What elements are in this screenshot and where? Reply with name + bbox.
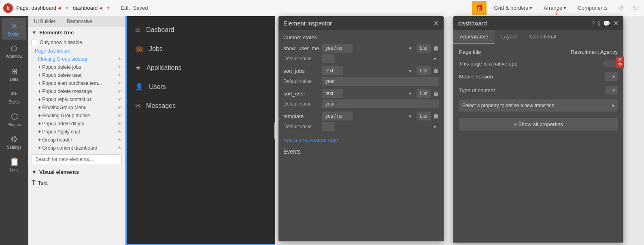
applications-nav-icon: ★ [135, 64, 141, 72]
page-title-value: Recruitment Agency [571, 49, 618, 55]
tree-item-group-content[interactable]: + Group content dashboard 👁 [28, 144, 125, 152]
tree-item-popup-delete-user[interactable]: + Popup delete user 👁 [28, 71, 125, 79]
list-button-4[interactable]: List [417, 112, 431, 120]
trash-button-1[interactable]: 🗑 [433, 45, 439, 51]
tree-item-popup-alert[interactable]: + Popup alert purchase tem... 👁 [28, 79, 125, 87]
trash-button-3[interactable]: 🗑 [433, 90, 439, 97]
grid-borders-button[interactable]: Grid & borders ▾ [490, 3, 536, 13]
nav-item-messages[interactable]: ✉ Messages [127, 96, 275, 115]
tree-item-popup-delete-message[interactable]: + Popup delete message 👁 [28, 87, 125, 95]
plugins-icon: ⬡ [11, 112, 18, 121]
page-selector[interactable]: Page: dashboard ◀ [16, 5, 61, 11]
components-button[interactable]: Components [574, 3, 612, 13]
redo-button[interactable]: ↻ [629, 2, 641, 14]
eye-icon[interactable]: 👁 [117, 81, 122, 86]
nav-item-users[interactable]: 👤 Users [127, 77, 275, 96]
list-button-1[interactable]: List [417, 44, 431, 53]
dashboard-body: Page title Recruitment Agency This page … [453, 44, 623, 135]
eye-icon[interactable]: 👁 [117, 113, 122, 118]
type-of-content-dropdown[interactable] [605, 86, 618, 95]
eye-icon[interactable]: 👁 [117, 89, 122, 94]
separator2: ▼ [106, 5, 111, 11]
nav-item-applications[interactable]: ★ Applications [127, 58, 275, 77]
trash-button-4[interactable]: 🗑 [433, 113, 439, 119]
tree-collapse-arrow[interactable]: ▼ [32, 30, 37, 36]
eye-icon[interactable]: 👁 [117, 57, 122, 61]
native-app-row: This page is a native app [459, 60, 618, 67]
transition-select[interactable]: Select a property to define a new transi… [459, 99, 618, 112]
state-type-dropdown-2[interactable]: text [322, 66, 414, 75]
comment-icon[interactable]: 💬 [603, 20, 610, 27]
state-type-dropdown-1[interactable]: yes / no [322, 44, 414, 53]
help-icon[interactable]: ? [591, 20, 595, 27]
tree-item-floating-group-sidebar[interactable]: Floating Group sidebar 👁 [28, 55, 125, 63]
canvas-panel: ⊞ Dasboard 💼 Jobs ★ Applications 👤 Users… [127, 16, 275, 245]
elements-panel-tabs: UI Builder Responsive [28, 16, 125, 27]
state-name-4: template [283, 113, 320, 119]
state-type-dropdown-4[interactable]: yes / no [322, 112, 414, 120]
tree-item-popup-add-edit[interactable]: + Popup add+edit job 👁 [28, 120, 125, 128]
add-custom-state-button[interactable]: Add a new custom state [283, 134, 439, 147]
tab-appearance[interactable]: Appearance [453, 30, 495, 44]
sidebar-item-data[interactable]: ⊞ Data [2, 63, 26, 85]
sidebar-item-workflow[interactable]: ⬡ Workflow [2, 40, 26, 62]
gift-button[interactable]: 🎁 [472, 1, 487, 15]
sidebar-item-styles[interactable]: ✏ Styles [2, 86, 26, 108]
page-label: Page: dashboard [16, 5, 56, 11]
eye-icon[interactable]: 👁 [117, 105, 122, 110]
dashboard-selector[interactable]: dashboard ◀ [73, 5, 102, 11]
info-icon[interactable]: ℹ [598, 20, 600, 27]
state-type-dropdown-3[interactable]: text [322, 89, 414, 98]
tab-layout[interactable]: Layout [495, 30, 523, 44]
inspector-close-button[interactable]: ✕ [434, 19, 439, 27]
eye-icon[interactable]: 👁 [117, 65, 122, 70]
jobs-nav-icon: 💼 [135, 45, 143, 53]
eye-icon[interactable]: 👁 [117, 129, 122, 134]
edit-label[interactable]: Edit [121, 5, 130, 11]
text-item[interactable]: T Text [28, 177, 125, 188]
nav-item-jobs[interactable]: 💼 Jobs [127, 39, 275, 58]
trash-button-2[interactable]: 🗑 [433, 68, 439, 74]
nav-item-dashboard[interactable]: ⊞ Dasboard [127, 20, 275, 39]
eye-icon[interactable]: 👁 [117, 137, 122, 142]
list-button-2[interactable]: List [417, 66, 431, 75]
collapse-arrow[interactable]: ▼ [32, 169, 37, 175]
custom-states-label: Custom states [283, 34, 439, 40]
tree-item-floating-mobile[interactable]: + Floating Group mobile 👁 [28, 112, 125, 120]
eye-icon[interactable]: 👁 [117, 121, 122, 126]
tree-item-popup-delete-jobs[interactable]: + Popup delete jobs 👁 [28, 63, 125, 71]
events-label: Events [283, 147, 439, 155]
eye-icon[interactable]: 👁 [117, 146, 122, 150]
topbar: b Page: dashboard ◀ ▼ dashboard ◀ ▼ Edit… [0, 0, 644, 16]
tab-conditional[interactable]: Conditional [523, 30, 563, 44]
list-button-3[interactable]: List [417, 89, 431, 98]
tree-item-popup-reply[interactable]: + Popup reply contact us 👁 [28, 95, 125, 103]
eye-icon[interactable]: 👁 [117, 97, 122, 102]
sidebar-item-logs[interactable]: 📋 Logs [2, 154, 26, 175]
canvas-area: ⊞ Dasboard 💼 Jobs ★ Applications 👤 Users… [125, 16, 275, 245]
tree-item-group-header[interactable]: + Group header 👁 [28, 136, 125, 144]
only-show-checkbox[interactable] [32, 40, 37, 45]
dashboard-close-button[interactable]: ✕ [613, 19, 618, 27]
app-logo[interactable]: b [3, 3, 13, 13]
tree-item-page-dashboard[interactable]: Page dashboard [28, 47, 125, 55]
sidebar-item-design[interactable]: ✕ Design [2, 18, 26, 40]
sidebar-item-plugins[interactable]: ⬡ Plugins [2, 108, 26, 130]
mobile-version-row: Mobile version [459, 72, 618, 81]
mobile-version-dropdown[interactable] [605, 72, 618, 81]
tab-ui-builder[interactable]: UI Builder [28, 16, 61, 27]
saved-label: Saved [133, 5, 148, 11]
eye-icon[interactable]: 👁 [117, 73, 122, 78]
undo-button[interactable]: ↺ [615, 2, 626, 14]
tab-responsive[interactable]: Responsive [61, 16, 98, 27]
sidebar-item-settings[interactable]: ⚙ Settings [2, 131, 26, 153]
red-edge-label[interactable]: le th [616, 57, 624, 68]
tree-item-floating-menu[interactable]: + FloatingGroup Menu 👁 [28, 103, 125, 112]
default-dropdown-4[interactable] [322, 122, 439, 131]
default-dropdown-1[interactable] [322, 54, 439, 63]
native-app-toggle[interactable] [603, 60, 618, 67]
collapse-handle[interactable]: ◂ [274, 122, 275, 139]
search-elements-input[interactable] [32, 154, 122, 164]
show-all-properties-button[interactable]: + Show all properties [459, 118, 618, 131]
tree-item-popup-apply[interactable]: + Popup Apply chat 👁 [28, 128, 125, 136]
